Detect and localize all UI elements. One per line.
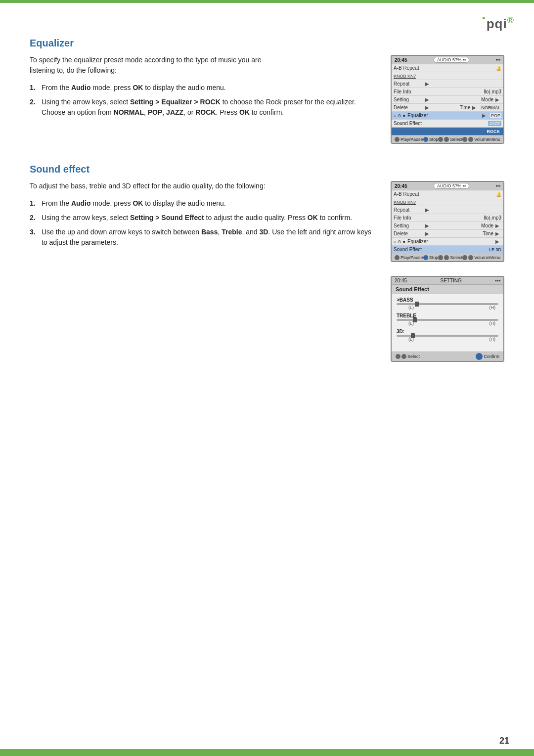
step-text-2: Using the arrow keys, select Setting > E…: [42, 97, 376, 118]
se1-menu-setting: Setting ▶ Mode ▶: [392, 222, 503, 230]
se2-title: Sound Effect: [396, 286, 429, 292]
eq-time-value: Time: [460, 105, 471, 110]
eq-stop-icon: [423, 137, 428, 142]
sound-effect-description: To adjust the bass, treble and 3D effect…: [30, 181, 277, 191]
se1-menu-label: Menu: [489, 255, 500, 260]
se1-menu-soundeffect: Sound Effect LE 3D: [392, 246, 503, 254]
eq-delete-arrow: ▶: [425, 105, 429, 110]
se2-bass-slider-container: [397, 303, 498, 305]
se2-bass-row: >BASS (L) (H): [397, 297, 498, 310]
se2-confirm-label: Confirm: [484, 354, 499, 359]
eq-mode-arrow: ▶: [495, 97, 499, 102]
se2-3d-slider-container: [397, 335, 498, 337]
se2-3d-track: [397, 335, 498, 337]
se1-le3d-value: LE 3D: [489, 247, 501, 252]
equalizer-device-screen: 20:45 AUDIO 57% ▪▪ ▪▪▪ A-B Repeat 🔔 KNOB…: [391, 55, 504, 144]
eq-stop-label: Stop: [429, 137, 439, 142]
se1-equalizer-label: Equalizer: [407, 239, 493, 244]
eq-fileinfo-value: llo).mp3: [484, 89, 501, 94]
se1-menu-repeat: Repeat ▶: [392, 206, 503, 214]
sound-effect-screens-col: 20:45 AUDIO 57% ▪▪ ▪▪▪ A-B Repeat 🔔 KNOB…: [391, 181, 504, 362]
eq-menu-repeat: Repeat ▶: [392, 80, 503, 88]
step-num-2: 2.: [30, 97, 39, 107]
se2-bass-track: [397, 303, 498, 305]
se1-time-arrow: ▶: [495, 231, 499, 236]
eq-time-arrow: ▶: [472, 105, 476, 110]
se1-select-label: Select: [450, 255, 462, 260]
eq-icon: 🔔: [496, 66, 501, 71]
se1-delete-label: Delete: [394, 231, 423, 236]
eq-menu-soundeffect: Sound Effect JAZZ: [392, 120, 503, 128]
se2-select-label: Select: [407, 354, 420, 359]
se2-settings-header: 20:45 SETTING ▪▪▪: [392, 277, 503, 285]
se2-treble-slider-container: [397, 319, 498, 321]
eq-device-footer: Play/Pause Stop Select: [392, 135, 503, 143]
eq-knob-label: KNOB KN7: [394, 74, 423, 79]
step-text-1: From the Audio mode, press OK to display…: [42, 83, 376, 93]
eq-vol-icon2: [468, 137, 473, 142]
se2-footer-select: Select: [396, 354, 420, 359]
equalizer-title: Equalizer: [30, 38, 504, 49]
se1-device-header: 20:45 AUDIO 57% ▪▪ ▪▪▪: [392, 182, 503, 190]
eq-pop-value: POP: [490, 113, 501, 118]
se1-play-label: Play/Pause: [400, 255, 423, 260]
se1-stop-label: Stop: [429, 255, 439, 260]
se1-time: 20:45: [395, 183, 407, 189]
se2-bass-labels: (L) (H): [397, 305, 498, 310]
eq-soundeffect-label: Sound Effect: [394, 121, 488, 126]
se1-mode-badge: AUDIO 57% ▪▪: [434, 183, 469, 189]
se2-select-icon1: [396, 354, 400, 359]
eq-footer-play: Play/Pause: [395, 137, 423, 142]
eq-menu-equalizer: ○ ⊙ ● Equalizer ▶ POP: [392, 112, 503, 120]
se1-device-body: A-B Repeat 🔔 KNOB KN7 Repeat ▶ File: [392, 190, 503, 254]
eq-repeat-label: Repeat: [394, 81, 423, 87]
se-step-num-3: 3.: [30, 227, 39, 237]
eq-mode-badge: AUDIO 57% ▪▪: [434, 57, 469, 63]
eq-play-icon: [395, 137, 400, 142]
se1-setting-arrow: ▶: [425, 223, 429, 228]
eq-jazz-value: JAZZ: [488, 121, 502, 126]
logo-dot: ·: [482, 9, 487, 27]
eq-menu-label: Menu: [489, 137, 500, 142]
eq-footer-select: Select: [438, 137, 462, 142]
se1-vol-label: Volume: [474, 255, 489, 260]
se1-menu-ab-repeat: A-B Repeat 🔔: [392, 190, 503, 198]
page-number: 21: [499, 736, 509, 746]
se-step-3: 3. Use the up and down arrow keys to swi…: [30, 227, 376, 248]
sound-effect-section: Sound effect To adjust the bass, treble …: [30, 164, 504, 362]
eq-device-body: A-B Repeat 🔔 KNOB KN7 Repeat ▶ File: [392, 64, 503, 135]
se1-device-footer: Play/Pause Stop Select: [392, 254, 503, 261]
equalizer-screen-col: 20:45 AUDIO 57% ▪▪ ▪▪▪ A-B Repeat 🔔 KNOB…: [391, 55, 504, 144]
se1-fileinfo-label: File Info: [394, 215, 423, 221]
se-device-screen1: 20:45 AUDIO 57% ▪▪ ▪▪▪ A-B Repeat 🔔 KNOB…: [391, 181, 504, 262]
eq-mode-value: Mode: [481, 97, 493, 102]
se1-time-value: Time: [483, 231, 493, 236]
se2-treble-label: TREBLE: [397, 313, 498, 318]
eq-eq-arrow: ▶: [482, 113, 486, 118]
eq-menu-rock: ROCK: [392, 128, 503, 135]
pqi-logo: ·pqi®: [482, 9, 514, 32]
se1-setting-label: Setting: [394, 223, 423, 228]
se2-treble-labels: (L) (H): [397, 321, 498, 326]
eq-time: 20:45: [395, 57, 407, 63]
se2-battery: ▪▪▪: [495, 278, 500, 283]
se1-menu-equalizer: ○ ⊙ ● Equalizer ▶: [392, 238, 503, 246]
eq-battery: ▪▪▪: [495, 57, 500, 62]
se1-repeat-label: Repeat: [394, 207, 423, 213]
se2-footer-confirm: Confirm: [476, 353, 499, 360]
se-step-text-3: Use the up and down arrow keys to switch…: [42, 227, 376, 248]
se-step-text-1: From the Audio mode, press OK to display…: [42, 198, 376, 209]
eq-rock-value: ROCK: [486, 129, 502, 134]
se1-menu-knob: KNOB KN7: [392, 198, 503, 206]
se1-vol-icon1: [462, 255, 467, 260]
equalizer-description: To specify the equalizer preset mode acc…: [30, 55, 277, 76]
se1-select-icon1: [438, 255, 443, 260]
se1-footer-stop: Stop: [423, 255, 439, 260]
se-settings-screen: 20:45 SETTING ▪▪▪ Sound Effect >BASS: [391, 276, 504, 362]
eq-setting-arrow: ▶: [425, 97, 429, 102]
se2-3d-thumb: [411, 333, 415, 338]
equalizer-step-2: 2. Using the arrow keys, select Setting …: [30, 97, 376, 118]
se1-circle-icons: ○ ⊙ ●: [394, 239, 405, 244]
eq-fileinfo-label: File Info: [394, 89, 423, 94]
se1-footer-select: Select: [438, 255, 462, 260]
